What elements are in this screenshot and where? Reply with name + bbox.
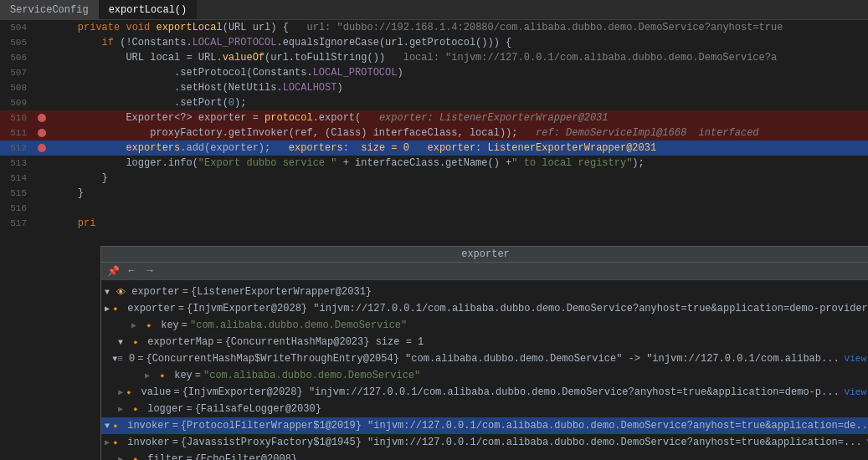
error-dot-510 [38, 114, 46, 122]
back-icon[interactable]: ← [125, 264, 138, 278]
tree-row-key-r3[interactable]: 🔸 key = "com.alibaba.dubbo.demo.DemoServ… [101, 317, 868, 334]
code-line-516: 516 [0, 201, 868, 216]
tree-row-value-r7[interactable]: 🔸 value = {InjvmExporter@2028} "injvm://… [101, 384, 868, 401]
field-icon-r6: 🔸 [157, 371, 168, 381]
error-dot-512 [38, 144, 46, 152]
code-line-505: 505 if (!Constants.LOCAL_PROTOCOL.equals… [0, 35, 868, 50]
debug-toolbar: 📌 ← → [101, 263, 868, 280]
code-line-515: 515 } [0, 186, 868, 201]
debug-panel: exporter 📌 ← → 👁 exporter = {ListenerExp… [100, 246, 868, 460]
line-num-509: 509 [0, 98, 33, 108]
code-content-513: logger.info("Export dubbo service " + in… [50, 156, 868, 171]
code-content-507: .setProtocol(Constants.LOCAL_PROTOCOL) [50, 65, 868, 80]
pin-icon[interactable]: 📌 [106, 264, 120, 278]
tree-row-exportermap[interactable]: 🔸 exporterMap = {ConcurrentHashMap@2023}… [101, 334, 868, 350]
tree-arrow-r8 [118, 404, 130, 414]
view-link-r5[interactable]: View [845, 354, 866, 364]
line-num-512: 512 [0, 143, 33, 153]
tree-row-logger[interactable]: 🔸 logger = {FailsafeLogger@2030} [101, 401, 868, 417]
code-content-506: URL local = URL.valueOf(url.toFullString… [50, 50, 868, 65]
line-num-517: 517 [0, 218, 33, 228]
line-num-514: 514 [0, 173, 33, 183]
line-num-516: 516 [0, 203, 33, 213]
code-content-512: exporters.add(exporter); exporters: size… [50, 141, 868, 156]
code-area: 504 private void exportLocal(URL url) { … [0, 20, 868, 460]
tree-row-entry-0[interactable]: ≡ 0 = {ConcurrentHashMap$WriteThroughEnt… [101, 350, 868, 367]
code-content-510: Exporter<?> exporter = protocol.export( … [50, 110, 868, 125]
code-content-516 [50, 201, 868, 216]
field-icon-r2: 🔸 [110, 304, 121, 314]
code-line-513: 513 logger.info("Export dubbo service " … [0, 156, 868, 171]
code-content-515: } [50, 186, 868, 201]
tab-bar: ServiceConfig exportLocal() [0, 0, 868, 20]
code-content-514: } [50, 171, 868, 186]
tree-arrow-r4[interactable] [118, 338, 130, 347]
code-content-505: if (!Constants.LOCAL_PROTOCOL.equalsIgno… [50, 35, 868, 50]
code-line-509: 509 .setPort(0); [0, 95, 868, 110]
tree-row-filter[interactable]: 🔸 filter = {EchoFilter@2008} [101, 451, 868, 460]
tab-exportlocal[interactable]: exportLocal() [99, 0, 198, 19]
tree-row-exporter-inner[interactable]: 🔸 exporter = {InjvmExporter@2028} "injvm… [101, 300, 868, 317]
field-icon-r7: 🔸 [123, 387, 135, 398]
field-icon-r10: 🔸 [110, 437, 121, 448]
code-line-514: 514 } [0, 171, 868, 186]
line-num-508: 508 [0, 83, 33, 93]
tree-row-invoker[interactable]: 🔸 invoker = {ProtocolFilterWrapper$1@201… [101, 417, 868, 434]
tree-row-exporter-root[interactable]: 👁 exporter = {ListenerExporterWrapper@20… [101, 284, 868, 300]
field-icon-r11: 🔸 [130, 454, 141, 461]
code-line-512: 512 exporters.add(exporter); exporters: … [0, 141, 868, 156]
watch-icon-r1: 👁 [116, 287, 126, 298]
field-icon-r4: 🔸 [130, 337, 141, 348]
debug-title-bar: exporter [101, 247, 868, 263]
tree-arrow-r3 [131, 320, 143, 330]
code-line-504: 504 private void exportLocal(URL url) { … [0, 20, 868, 35]
line-num-506: 506 [0, 53, 33, 63]
tree-arrow-r6 [145, 371, 157, 381]
tree-row-key-r6[interactable]: 🔸 key = "com.alibaba.dubbo.demo.DemoServ… [101, 367, 868, 384]
line-num-505: 505 [0, 38, 33, 48]
field-icon-r8: 🔸 [130, 404, 141, 415]
tree-arrow-r11 [118, 454, 130, 460]
code-content-504: private void exportLocal(URL url) { url:… [50, 20, 868, 35]
line-num-511: 511 [0, 128, 33, 138]
field-icon-r3: 🔸 [143, 320, 155, 331]
field-icon-r9: 🔸 [110, 421, 121, 432]
code-content-517: pri [50, 216, 868, 231]
code-line-507: 507 .setProtocol(Constants.LOCAL_PROTOCO… [0, 65, 868, 80]
field-icon-r5: ≡ [117, 354, 123, 364]
debug-tree: 👁 exporter = {ListenerExporterWrapper@20… [101, 280, 868, 460]
code-content-508: .setHost(NetUtils.LOCALHOST) [50, 80, 868, 95]
line-num-515: 515 [0, 188, 33, 198]
line-num-510: 510 [0, 113, 33, 123]
tree-row-invoker-inner[interactable]: 🔸 invoker = {JavassistProxyFactory$1@194… [101, 434, 868, 451]
code-line-510: 510 Exporter<?> exporter = protocol.expo… [0, 110, 868, 125]
view-link-r7[interactable]: View [845, 387, 866, 397]
gutter-510 [33, 114, 50, 122]
code-line-506: 506 URL local = URL.valueOf(url.toFullSt… [0, 50, 868, 65]
code-line-508: 508 .setHost(NetUtils.LOCALHOST) [0, 80, 868, 95]
tab-serviceconfig[interactable]: ServiceConfig [0, 0, 99, 19]
code-line-511: 511 proxyFactory.getInvoker(ref, (Class)… [0, 125, 868, 141]
line-num-507: 507 [0, 68, 33, 78]
gutter-511 [33, 129, 50, 137]
line-num-513: 513 [0, 158, 33, 168]
forward-icon[interactable]: → [143, 264, 157, 278]
tree-arrow-r1[interactable] [105, 288, 116, 297]
error-dot-511 [38, 129, 46, 137]
code-line-517: 517 pri [0, 216, 868, 231]
code-content-509: .setPort(0); [50, 95, 868, 110]
code-lines: 504 private void exportLocal(URL url) { … [0, 20, 868, 231]
line-num-504: 504 [0, 23, 33, 33]
code-content-511: proxyFactory.getInvoker(ref, (Class) int… [50, 125, 868, 141]
gutter-512 [33, 144, 50, 152]
